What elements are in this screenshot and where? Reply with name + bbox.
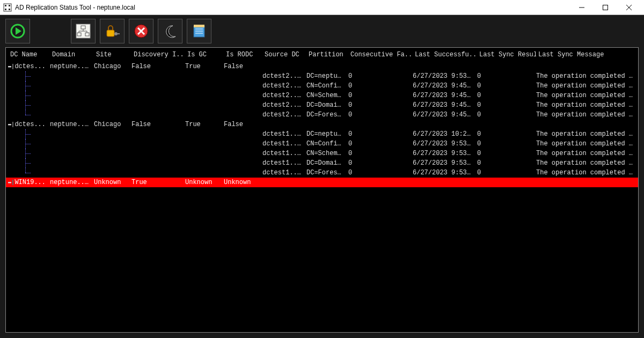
last-success-cell: 6/27/2023 9:45:... xyxy=(411,82,475,90)
svg-rect-3 xyxy=(5,9,6,10)
discovery-cell: True xyxy=(129,179,183,186)
last-success-cell: 6/27/2023 9:53:... xyxy=(411,150,475,157)
dc-name-cell: dctes... xyxy=(14,63,46,70)
failures-cell: 0 xyxy=(346,159,411,167)
is-rodc-cell: False xyxy=(222,63,260,70)
tree-branch-icon xyxy=(21,110,35,120)
grid-header-row: DC Name Domain Site Discovery I... Is GC… xyxy=(6,48,638,62)
dc-row[interactable]: ▬dctes...neptune....ChicagoFalseTrueFals… xyxy=(6,120,638,129)
partition-cell: DC=Domai... xyxy=(304,101,346,109)
tree-branch-icon xyxy=(21,129,35,139)
forest-view-button[interactable] xyxy=(71,19,96,43)
col-dc-name[interactable]: DC Name xyxy=(8,50,50,60)
last-result-cell: 0 xyxy=(475,169,534,177)
source-dc-cell: dctest2.... xyxy=(260,82,304,90)
last-message-cell: The operation completed succ... xyxy=(534,111,638,119)
source-dc-cell: dctest1.... xyxy=(260,130,304,138)
server-icon xyxy=(12,64,13,69)
last-success-cell: 6/27/2023 9:53:... xyxy=(411,159,475,167)
svg-rect-1 xyxy=(5,5,6,6)
col-is-rodc[interactable]: Is RODC xyxy=(224,50,262,60)
partition-cell: DC=neptu... xyxy=(304,130,346,138)
last-result-cell: 0 xyxy=(475,111,534,119)
col-domain[interactable]: Domain xyxy=(50,50,94,60)
last-success-cell: 6/27/2023 9:45:... xyxy=(411,101,475,109)
last-result-cell: 0 xyxy=(475,130,534,138)
source-dc-cell: dctest2.... xyxy=(260,111,304,119)
site-cell: Unknown xyxy=(92,179,129,186)
dc-row-error[interactable]: ▬WIN19...neptune....UnknownTrueUnknownUn… xyxy=(6,178,638,187)
notes-button[interactable] xyxy=(187,19,211,43)
tree-branch-icon xyxy=(21,158,35,168)
col-discovery[interactable]: Discovery I... xyxy=(131,50,185,60)
last-message-cell: The operation completed succ... xyxy=(534,130,638,138)
last-message-cell: The operation completed succ... xyxy=(534,140,638,148)
col-partition[interactable]: Partition xyxy=(306,50,348,60)
partition-row[interactable]: dctest1....CN=Schem...06/27/2023 9:53:..… xyxy=(6,149,638,158)
close-button[interactable] xyxy=(617,0,641,15)
partition-row[interactable]: dctest1....DC=Domai...06/27/2023 9:53:..… xyxy=(6,158,638,168)
partition-cell: CN=Confi... xyxy=(304,82,346,90)
last-result-cell: 0 xyxy=(475,159,534,167)
failures-cell: 0 xyxy=(346,72,411,80)
last-success-cell: 6/27/2023 9:53:... xyxy=(411,72,475,80)
col-site[interactable]: Site xyxy=(94,50,131,60)
dc-row[interactable]: ▬dctes...neptune....ChicagoFalseTrueFals… xyxy=(6,62,638,71)
partition-row[interactable]: dctest1....DC=neptu...06/27/2023 10:28..… xyxy=(6,129,638,139)
partition-row[interactable]: dctest2....CN=Schem...06/27/2023 9:45:..… xyxy=(6,91,638,100)
col-is-gc[interactable]: Is GC xyxy=(185,50,224,60)
is-rodc-cell: False xyxy=(222,121,260,128)
refresh-button[interactable] xyxy=(5,19,30,43)
col-consecutive-failures[interactable]: Consecutive Fa... xyxy=(348,50,413,60)
dark-mode-button[interactable] xyxy=(158,19,182,43)
last-result-cell: 0 xyxy=(475,150,534,157)
svg-rect-6 xyxy=(603,5,608,10)
svg-rect-19 xyxy=(107,30,114,36)
minimize-button[interactable] xyxy=(570,0,594,15)
last-result-cell: 0 xyxy=(475,101,534,109)
partition-row[interactable]: dctest1....CN=Confi...06/27/2023 9:53:..… xyxy=(6,139,638,149)
col-source-dc[interactable]: Source DC xyxy=(262,50,306,60)
partition-row[interactable]: dctest2....CN=Confi...06/27/2023 9:45:..… xyxy=(6,81,638,91)
partition-row[interactable]: dctest2....DC=neptu...06/27/2023 9:53:..… xyxy=(6,71,638,81)
source-dc-cell: dctest1.... xyxy=(260,169,304,177)
tree-branch-icon xyxy=(21,139,35,149)
svg-rect-21 xyxy=(117,33,120,34)
errors-only-button[interactable] xyxy=(129,19,153,43)
partition-cell: CN=Schem... xyxy=(304,92,346,99)
tree-branch-icon xyxy=(21,71,35,81)
source-dc-cell: dctest2.... xyxy=(260,92,304,99)
tree-branch-icon xyxy=(21,100,35,110)
tree-branch-icon xyxy=(21,168,35,178)
partition-cell: CN=Confi... xyxy=(304,140,346,148)
last-success-cell: 6/27/2023 9:45:... xyxy=(411,92,475,99)
col-last-sync-result[interactable]: Last Sync Result xyxy=(477,50,536,60)
app-icon xyxy=(3,3,12,12)
is-gc-cell: Unknown xyxy=(183,179,222,186)
partition-row[interactable]: dctest1....DC=Fores...06/27/2023 9:53:..… xyxy=(6,168,638,178)
server-icon xyxy=(12,122,13,127)
server-icon xyxy=(12,180,13,185)
replication-grid: DC Name Domain Site Discovery I... Is GC… xyxy=(5,47,639,333)
col-last-success[interactable]: Last Successfu... xyxy=(413,50,477,60)
last-success-cell: 6/27/2023 9:45:... xyxy=(411,111,475,119)
col-last-sync-message[interactable]: Last Sync Message xyxy=(536,50,638,60)
collapse-icon[interactable]: ▬ xyxy=(8,122,11,128)
partition-row[interactable]: dctest2....DC=Domai...06/27/2023 9:45:..… xyxy=(6,100,638,110)
maximize-button[interactable] xyxy=(594,0,617,15)
last-message-cell: The operation completed succ... xyxy=(534,92,638,99)
source-dc-cell: dctest2.... xyxy=(260,72,304,80)
credentials-button[interactable] xyxy=(100,19,125,43)
last-result-cell: 0 xyxy=(475,72,534,80)
collapse-icon[interactable]: ▬ xyxy=(8,180,11,186)
failures-cell: 0 xyxy=(346,130,411,138)
last-message-cell: The operation completed succ... xyxy=(534,72,638,80)
collapse-icon[interactable]: ▬ xyxy=(8,64,11,70)
partition-row[interactable]: dctest2....DC=Fores...06/27/2023 9:45:..… xyxy=(6,110,638,120)
tree-branch-icon xyxy=(21,81,35,91)
svg-rect-4 xyxy=(9,9,10,10)
last-success-cell: 6/27/2023 9:53:... xyxy=(411,140,475,148)
last-success-cell: 6/27/2023 10:28... xyxy=(411,130,475,138)
partition-cell: CN=Schem... xyxy=(304,150,346,157)
failures-cell: 0 xyxy=(346,111,411,119)
